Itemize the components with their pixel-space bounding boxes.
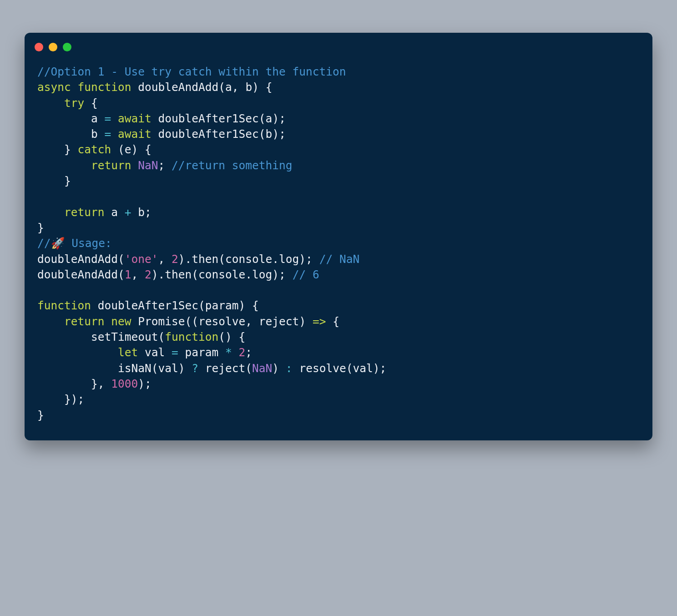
punctuation: { xyxy=(326,315,339,328)
punctuation: }, xyxy=(91,377,111,390)
space xyxy=(152,127,158,141)
punctuation: }); xyxy=(64,393,84,406)
punctuation: , xyxy=(158,252,172,266)
punctuation: } xyxy=(37,409,44,422)
param: param xyxy=(205,299,239,312)
punctuation: ; xyxy=(245,346,252,359)
number: 1 xyxy=(125,268,131,281)
param: reject xyxy=(259,315,299,328)
space xyxy=(131,159,138,172)
keyword-new: new xyxy=(105,315,131,328)
operator: * xyxy=(225,346,232,359)
operator: = xyxy=(105,112,118,125)
keyword-await: await xyxy=(118,127,152,141)
keyword-return: return xyxy=(64,315,105,328)
indent xyxy=(37,330,91,343)
punctuation: ) xyxy=(272,362,286,375)
punctuation: ); xyxy=(272,127,286,141)
maximize-icon[interactable] xyxy=(63,43,71,51)
punctuation: ( xyxy=(118,252,125,266)
code-comment: //return something xyxy=(172,159,293,172)
punctuation: , xyxy=(131,268,145,281)
keyword-return: return xyxy=(91,159,131,172)
punctuation: ; xyxy=(158,159,172,172)
punctuation: ) xyxy=(299,315,313,328)
identifier: a xyxy=(91,112,105,125)
punctuation: } xyxy=(37,221,44,234)
identifier: val xyxy=(138,346,172,359)
indent xyxy=(37,362,118,375)
number: 2 xyxy=(145,268,152,281)
indent xyxy=(37,377,91,390)
call: doubleAndAdd xyxy=(37,252,118,266)
identifier: a xyxy=(266,112,273,125)
keyword-function: function xyxy=(165,330,218,343)
indent xyxy=(37,206,64,219)
punctuation: resolve(val); xyxy=(293,362,387,375)
indent xyxy=(37,174,64,187)
minimize-icon[interactable] xyxy=(49,43,57,51)
identifier: b xyxy=(91,127,105,141)
code-content: //Option 1 - Use try catch within the fu… xyxy=(25,54,652,428)
punctuation: } xyxy=(64,174,71,187)
identifier: console xyxy=(198,268,245,281)
punctuation: .log); xyxy=(245,268,292,281)
punctuation: () { xyxy=(218,330,245,343)
identifier: console xyxy=(225,252,272,266)
call: doubleAfter1Sec xyxy=(158,112,259,125)
punctuation: ) { xyxy=(239,299,259,312)
space xyxy=(152,112,158,125)
operator: + xyxy=(125,206,131,219)
keyword-catch: catch xyxy=(78,143,111,156)
call: isNaN xyxy=(118,362,152,375)
punctuation: (( xyxy=(185,315,199,328)
indent xyxy=(37,127,91,141)
param: a xyxy=(225,81,232,94)
code-comment: //Option 1 - Use try catch within the fu… xyxy=(37,65,346,78)
arrow: => xyxy=(313,315,326,328)
number: 2 xyxy=(232,346,246,359)
code-comment: // NaN xyxy=(319,252,360,266)
punctuation: b; xyxy=(131,206,152,219)
close-icon[interactable] xyxy=(35,43,43,51)
punctuation: { xyxy=(84,96,98,110)
indent xyxy=(37,346,118,359)
operator: : xyxy=(286,362,293,375)
number: 1000 xyxy=(111,377,138,390)
call: doubleAfter1Sec xyxy=(158,127,259,141)
function-name: doubleAndAdd xyxy=(138,81,218,94)
punctuation: , xyxy=(232,81,246,94)
param: b xyxy=(245,81,252,94)
operator: ? xyxy=(192,362,198,375)
punctuation: (e) { xyxy=(111,143,152,156)
punctuation: reject( xyxy=(198,362,252,375)
punctuation: , xyxy=(245,315,259,328)
param: resolve xyxy=(198,315,245,328)
punctuation: ); xyxy=(138,377,152,390)
punctuation: ( xyxy=(259,112,266,125)
identifier: b xyxy=(266,127,273,141)
string: 'one' xyxy=(125,252,158,266)
punctuation: ).then( xyxy=(152,268,198,281)
number: 2 xyxy=(172,252,178,266)
indent xyxy=(37,315,64,328)
identifier: a xyxy=(105,206,125,219)
punctuation: ( xyxy=(118,268,125,281)
punctuation: ) { xyxy=(252,81,272,94)
keyword-return: return xyxy=(64,206,105,219)
call: doubleAndAdd xyxy=(37,268,118,281)
punctuation: ( xyxy=(218,81,225,94)
rocket-icon: 🚀 xyxy=(51,237,65,250)
operator: = xyxy=(172,346,185,359)
keyword-function: function xyxy=(37,299,91,312)
code-comment: // 6 xyxy=(293,268,319,281)
indent xyxy=(37,96,64,110)
punctuation: ); xyxy=(272,112,286,125)
punctuation: ( xyxy=(198,299,205,312)
identifier: Promise xyxy=(131,315,185,328)
punctuation: .log); xyxy=(272,252,319,266)
call: setTimeout xyxy=(91,330,158,343)
punctuation: ( xyxy=(158,330,165,343)
identifier: param xyxy=(185,346,226,359)
keyword-let: let xyxy=(118,346,138,359)
